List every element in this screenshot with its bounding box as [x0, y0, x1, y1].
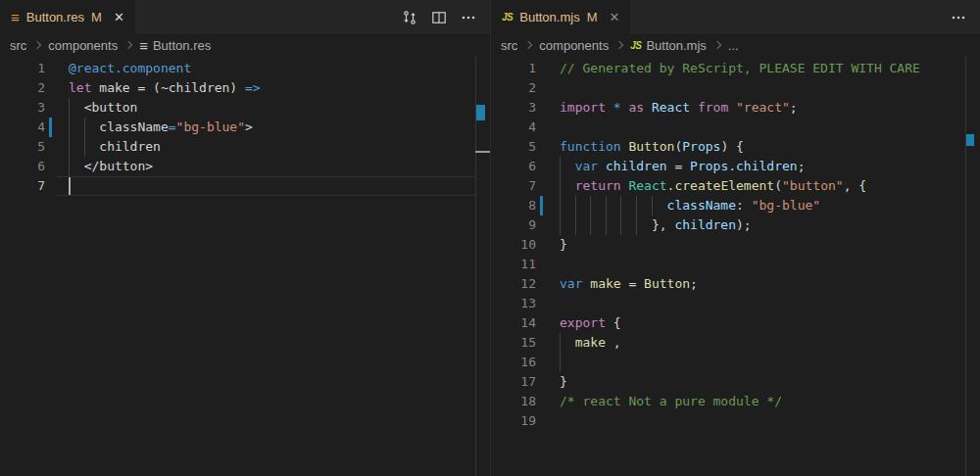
- code-token: );: [736, 217, 752, 232]
- code-line: 12var make = Button;: [491, 274, 980, 294]
- code-token: let: [69, 80, 99, 95]
- code-line: 2: [491, 78, 980, 98]
- breadcrumb-file[interactable]: Button.mjs: [646, 38, 706, 53]
- split-editor-icon[interactable]: [427, 6, 451, 29]
- indent-guide: [606, 215, 607, 235]
- tab-label: Button.mjs: [519, 10, 579, 24]
- tab-bar: JS Button.mjs M ✕: [491, 0, 980, 34]
- code-token: ,: [606, 335, 621, 350]
- code-token: var: [560, 159, 606, 173]
- code-line: 7: [0, 176, 490, 196]
- compare-changes-icon[interactable]: [398, 6, 421, 29]
- code-line: 18/* react Not a pure module */: [491, 392, 980, 411]
- breadcrumb-src[interactable]: src: [10, 38, 26, 53]
- indent-guide: [69, 137, 70, 157]
- line-number: 3: [491, 98, 536, 118]
- code-line: 3import * as React from "react";: [491, 98, 980, 118]
- line-number: 18: [491, 392, 536, 411]
- indent-guide: [575, 196, 576, 215]
- line-number: 16: [491, 353, 536, 372]
- code-line: 5function Button(Props) {: [491, 137, 980, 157]
- close-icon[interactable]: ✕: [610, 10, 620, 24]
- breadcrumb-components[interactable]: components: [539, 38, 609, 53]
- js-icon: JS: [502, 12, 513, 23]
- code-token: "bg-blue": [752, 198, 820, 213]
- close-icon[interactable]: ✕: [114, 10, 124, 24]
- indent-guide: [620, 215, 621, 235]
- code-line: 7 return React.createElement("button", {: [491, 176, 980, 196]
- code-token: ;: [798, 159, 806, 173]
- line-number: 11: [491, 255, 536, 274]
- indent-guide: [560, 157, 561, 176]
- indent-guide: [590, 215, 591, 235]
- chevron-right-icon: [124, 41, 132, 49]
- code-line: 19: [491, 411, 980, 431]
- indent-guide: [560, 333, 561, 353]
- code-line: 3 <button: [0, 98, 490, 118]
- line-number: 12: [491, 274, 536, 294]
- code-editor[interactable]: 1// Generated by ReScript, PLEASE EDIT W…: [491, 56, 980, 476]
- code-editor[interactable]: 1@react.component2let make = (~children)…: [0, 56, 490, 476]
- code-token: as: [628, 100, 651, 115]
- code-token: children: [69, 139, 161, 154]
- chevron-right-icon: [615, 41, 623, 49]
- line-number: 17: [491, 372, 536, 392]
- code-token: children: [606, 159, 667, 173]
- code-token: =: [169, 119, 176, 134]
- indent-guide: [69, 118, 70, 137]
- editor-actions: [947, 0, 980, 34]
- line-number: 7: [491, 176, 536, 196]
- line-number: 1: [491, 59, 536, 78]
- code-token: children: [674, 217, 736, 232]
- breadcrumb-components[interactable]: components: [48, 38, 118, 53]
- code-line: 14export {: [491, 313, 980, 333]
- code-token: , {: [844, 178, 866, 193]
- code-token: }: [560, 374, 567, 389]
- code-token: ;: [790, 100, 798, 115]
- indent-guide: [84, 118, 85, 137]
- code-token: make = (~children): [99, 80, 245, 95]
- line-number: 4: [491, 118, 536, 137]
- code-token: @react.component: [69, 61, 191, 75]
- modified-line-marker: [540, 196, 543, 215]
- indent-guide: [560, 176, 561, 196]
- breadcrumb-symbol[interactable]: ...: [728, 38, 739, 53]
- code-line: 4: [491, 118, 980, 137]
- tab-label: Button.res: [26, 10, 84, 24]
- indent-guide: [636, 196, 637, 215]
- code-token: "bg-blue": [176, 119, 245, 134]
- code-token: from: [698, 100, 736, 115]
- more-actions-icon[interactable]: [457, 6, 480, 29]
- line-number: 13: [491, 294, 536, 313]
- indent-guide: [69, 98, 70, 118]
- line-number: 19: [491, 411, 536, 431]
- code-area: 1@react.component2let make = (~children)…: [0, 59, 490, 196]
- code-token: .: [728, 159, 736, 173]
- code-token: <button: [69, 100, 137, 115]
- code-token: },: [560, 217, 674, 232]
- indent-guide: [560, 353, 561, 372]
- code-token: React: [652, 100, 698, 115]
- code-line: 17}: [491, 372, 980, 392]
- code-token: (: [774, 178, 782, 193]
- tab-button-mjs[interactable]: JS Button.mjs M ✕: [491, 0, 630, 34]
- line-number: 6: [491, 157, 536, 176]
- line-number: 15: [491, 333, 536, 353]
- text-cursor: [69, 177, 71, 195]
- code-line: 15 make ,: [491, 333, 980, 353]
- code-token: children: [736, 159, 798, 173]
- code-token: =>: [245, 80, 261, 95]
- code-token: import: [560, 100, 613, 115]
- code-token: return: [560, 178, 628, 193]
- code-token: Props: [682, 139, 720, 154]
- more-actions-icon[interactable]: [947, 6, 970, 29]
- indent-guide: [636, 215, 637, 235]
- tab-button-res[interactable]: ≡ Button.res M ✕: [0, 0, 135, 34]
- editor-pane-right: JS Button.mjs M ✕ src components JS Butt…: [490, 0, 980, 476]
- breadcrumb-file[interactable]: Button.res: [153, 38, 211, 53]
- code-area: 1// Generated by ReScript, PLEASE EDIT W…: [491, 59, 980, 431]
- breadcrumb-src[interactable]: src: [501, 38, 517, 53]
- modified-badge: M: [587, 10, 598, 24]
- indent-guide: [590, 196, 591, 215]
- chevron-right-icon: [713, 41, 721, 49]
